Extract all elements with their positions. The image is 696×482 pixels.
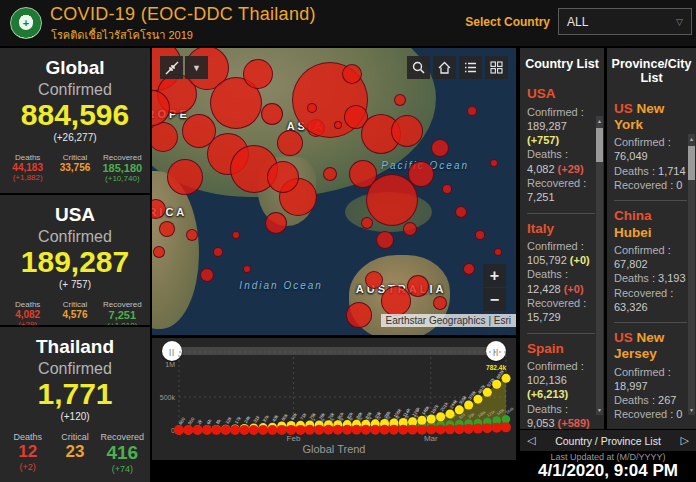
country-confirmed: Confirmed : 105,792 (+0)	[527, 239, 595, 268]
case-bubble[interactable]	[394, 94, 406, 106]
province-deaths: Deaths : 1,714	[614, 164, 687, 178]
case-bubble[interactable]	[403, 222, 417, 236]
last-updated-value: 4/1/2020, 9:04 PM	[520, 462, 696, 481]
critical-label: Critical	[51, 432, 98, 442]
scrollbar-thumb[interactable]	[596, 128, 603, 162]
deaths-value: 4,082	[4, 309, 51, 320]
case-bubble[interactable]	[323, 167, 337, 181]
case-bubble[interactable]	[167, 159, 203, 195]
deaths-label: Deaths	[4, 432, 51, 442]
scroll-up-icon[interactable]: ▲	[596, 118, 603, 124]
case-bubble[interactable]	[153, 246, 165, 258]
province-list-scrollbar[interactable]: ▲ ▼	[688, 134, 695, 415]
case-bubble[interactable]	[463, 263, 475, 275]
scroll-down-icon[interactable]: ▼	[688, 407, 695, 413]
bookmarks-grid-icon[interactable]	[485, 56, 508, 79]
svg-text:600: 600	[178, 416, 187, 425]
case-bubble[interactable]	[455, 206, 467, 218]
case-bubble[interactable]	[267, 161, 299, 193]
case-bubble[interactable]	[381, 286, 411, 316]
case-bubble[interactable]	[265, 212, 287, 234]
province-list-title: Province/City List	[607, 48, 696, 92]
svg-text:6k: 6k	[206, 418, 213, 425]
province-name: US New York	[614, 101, 687, 133]
case-bubble[interactable]	[361, 217, 373, 229]
pager-next-icon[interactable]: ▷	[674, 434, 696, 447]
case-bubble[interactable]	[232, 231, 240, 239]
case-bubble[interactable]	[213, 247, 223, 257]
case-bubble[interactable]	[408, 161, 434, 187]
case-bubble[interactable]	[475, 230, 485, 240]
case-bubble[interactable]	[442, 184, 452, 194]
svg-text:2k: 2k	[196, 418, 203, 425]
case-bubble[interactable]	[433, 296, 447, 310]
province-deaths: Deaths : 3,193	[614, 271, 687, 285]
country-list-item[interactable]: ItalyConfirmed : 105,792 (+0)Deaths : 12…	[527, 214, 595, 334]
case-bubble[interactable]	[365, 271, 383, 289]
scrollbar-thumb[interactable]	[688, 146, 695, 180]
case-bubble[interactable]	[467, 106, 477, 116]
panel-title: Global	[0, 57, 150, 79]
moph-logo-icon: +	[10, 7, 42, 39]
recovered-label: Recovered	[99, 432, 146, 442]
app-title: COVID-19 (EOC-DDC Thailand)	[50, 4, 316, 25]
zoom-in-button[interactable]: +	[483, 264, 506, 287]
world-map[interactable]: ROPEASIAPacific OceanRICAIndian OceanAUS…	[152, 48, 516, 335]
critical-label: Critical	[51, 300, 98, 309]
province-deaths: Deaths : 267	[614, 393, 687, 407]
recovered-delta: (+74)	[99, 464, 146, 474]
critical-value: 33,756	[51, 162, 98, 173]
svg-text:500k: 500k	[160, 394, 176, 401]
confirmed-value: 189,287	[0, 246, 150, 278]
case-bubble[interactable]	[243, 265, 251, 273]
case-bubble[interactable]	[407, 275, 429, 297]
critical-value: 23	[51, 442, 98, 462]
zoom-out-button[interactable]: −	[483, 288, 506, 311]
case-bubble[interactable]	[200, 268, 214, 282]
map-attribution: Earthstar Geographics | Esri	[381, 314, 516, 327]
deaths-delta: (+2)	[4, 462, 51, 472]
country-list-item[interactable]: USAConfirmed : 189,287 (+757)Deaths : 4,…	[527, 79, 595, 213]
country-confirmed: Confirmed : 189,287 (+757)	[527, 105, 595, 148]
province-list-item[interactable]: US New JerseyConfirmed : 18,997Deaths : …	[614, 323, 687, 429]
case-bubble[interactable]	[243, 59, 273, 89]
legend-list-icon[interactable]	[459, 56, 482, 79]
recovered-value: 416	[99, 442, 146, 464]
pager-prev-icon[interactable]: ◁	[520, 434, 542, 447]
country-list-scrollbar[interactable]: ▲ ▼	[596, 116, 603, 415]
scroll-down-icon[interactable]: ▼	[596, 407, 603, 413]
province-list-item[interactable]: US New YorkConfirmed : 76,049Deaths : 1,…	[614, 94, 687, 202]
trend-plot[interactable]: 1M500k0FebMar6009002k6k8k12k17k24k31k37k…	[152, 338, 516, 460]
case-bubble[interactable]	[159, 221, 175, 237]
case-bubble[interactable]	[261, 103, 283, 125]
map-collapse-chevron-icon[interactable]: ▼	[185, 56, 208, 79]
case-bubble[interactable]	[334, 121, 342, 129]
country-select[interactable]: ALL ▽	[558, 8, 692, 35]
case-bubble[interactable]	[376, 231, 394, 249]
case-bubble[interactable]	[346, 302, 372, 328]
case-bubble[interactable]	[490, 159, 498, 167]
deaths-delta: (+29)	[4, 320, 51, 326]
province-list-item[interactable]: China HubeiConfirmed : 67,802Deaths : 3,…	[614, 201, 687, 323]
province-recovered: Recovered : 0	[614, 178, 687, 192]
case-bubble[interactable]	[494, 248, 502, 256]
confirmed-label: Confirmed	[0, 81, 150, 99]
case-bubble[interactable]	[391, 115, 423, 147]
usa-stats-panel: USA Confirmed 189,287 (+ 757) Deaths 4,0…	[0, 195, 150, 325]
home-icon[interactable]	[433, 56, 456, 79]
country-recovered: Recovered : 7,251	[527, 176, 595, 205]
map-tools-icon[interactable]	[160, 56, 183, 79]
case-bubble[interactable]	[431, 139, 449, 157]
svg-text:164k: 164k	[505, 406, 515, 415]
scroll-up-icon[interactable]: ▲	[688, 136, 695, 142]
global-stats-panel: Global Confirmed 884,596 (+26,277) Death…	[0, 48, 150, 193]
case-bubble[interactable]	[277, 130, 303, 156]
search-icon[interactable]	[407, 56, 430, 79]
country-list-title: Country List	[520, 48, 604, 77]
case-bubble[interactable]	[186, 229, 198, 241]
country-list-item[interactable]: SpainConfirmed : 102,136 (+6,213)Deaths …	[527, 334, 595, 429]
case-bubble[interactable]	[342, 64, 362, 84]
country-select-value: ALL	[567, 15, 588, 29]
case-bubble[interactable]	[307, 103, 317, 113]
list-pager: ◁ Country / Province List ▷	[520, 430, 696, 451]
